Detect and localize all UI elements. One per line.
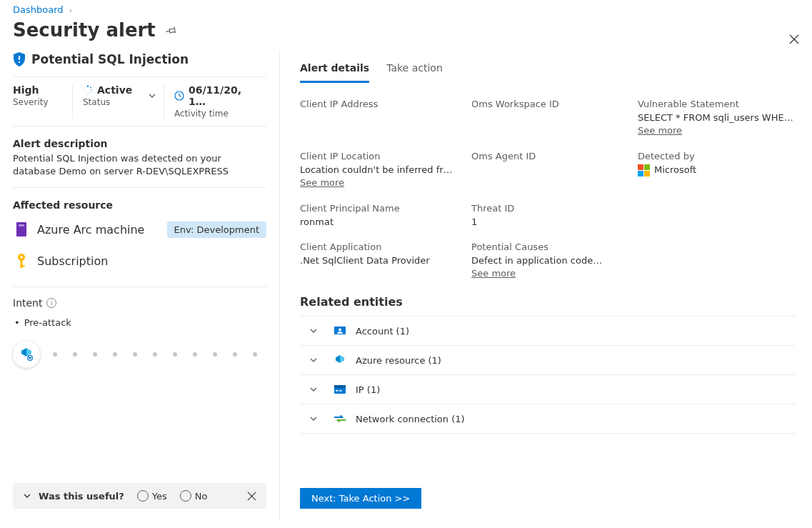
severity-value: High [13,84,61,96]
network-connection-icon [333,412,347,426]
breadcrumb-separator: › [69,6,72,15]
tab-take-action[interactable]: Take action [386,58,443,83]
status-label: Status [83,97,152,107]
affected-resource-heading: Affected resource [13,199,266,211]
svg-point-14 [20,256,22,258]
detail-potential-causes: Potential Causes Defect in application c… [471,241,623,279]
detail-value: ronmat [300,216,457,227]
svg-rect-15 [21,260,23,268]
svg-point-2 [87,86,89,87]
intent-stage-preattack-icon [13,341,40,368]
chevron-down-icon [303,385,324,394]
radio-icon [137,490,149,502]
intent-dot [233,352,237,357]
related-entity-network[interactable]: Network connection (1) [300,404,795,434]
tab-alert-details[interactable]: Alert details [300,58,369,83]
detail-client-ip: Client IP Address [300,99,457,136]
svg-rect-24 [339,390,342,392]
svg-rect-0 [19,56,20,60]
usefulness-yes-option[interactable]: Yes [137,490,167,502]
status-cell[interactable]: Active Status [73,84,164,119]
intent-dot [93,352,97,357]
usefulness-chevron-icon[interactable] [23,492,31,500]
see-more-link[interactable]: See more [300,177,344,188]
intent-dot [213,352,217,357]
detail-threat-id: Threat ID 1 [471,203,623,227]
detail-value: SELECT * FROM sqli_users WHERE… [638,112,795,123]
related-entity-label: Account (1) [356,326,409,337]
radio-icon [180,490,191,502]
svg-point-7 [84,92,85,93]
page-header: Security alert [0,15,812,51]
chevron-down-icon [303,327,324,335]
usefulness-no-option[interactable]: No [180,490,208,502]
status-active-icon [83,85,93,95]
status-chevron-down-icon[interactable] [148,91,156,100]
svg-rect-12 [19,224,24,226]
related-entity-azure-resource[interactable]: Azure resource (1) [300,346,795,375]
alert-meta-row: High Severity Active Status [13,76,266,126]
activity-label: Activity time [174,109,255,119]
alert-description-heading: Alert description [13,138,266,149]
detail-oms-workspace: Oms Workspace ID [471,99,623,136]
detail-label: Client IP Location [300,151,457,161]
affected-resource-row[interactable]: Azure Arc machine Env: Development [13,214,266,245]
account-icon [333,324,347,338]
related-entities-heading: Related entities [300,295,795,309]
svg-point-4 [91,89,92,91]
detail-oms-agent: Oms Agent ID [471,151,623,189]
detail-client-ip-location: Client IP Location Location couldn't be … [300,151,457,189]
related-entity-label: Network connection (1) [356,414,465,424]
detail-value: .Net SqlClient Data Provider [300,255,457,266]
detail-value: Microsoft [654,164,696,175]
resource-label: Subscription [37,254,108,268]
intent-timeline [13,341,266,368]
see-more-link[interactable]: See more [638,125,682,136]
svg-rect-22 [334,385,346,388]
page-title: Security alert [13,19,156,41]
tabs: Alert details Take action [300,58,795,83]
svg-point-3 [90,87,91,89]
intent-dot [153,352,157,357]
alert-description-text: Potential SQL Injection was detected on … [13,152,266,177]
related-entity-label: IP (1) [356,384,380,395]
detail-label: Detected by [638,151,795,161]
related-entities-list: Account (1) Azure resource (1) IP (1) Ne… [300,316,795,434]
usefulness-bar: Was this useful? Yes No [13,483,266,509]
svg-point-20 [339,329,341,332]
see-more-link[interactable]: See more [471,268,516,279]
key-icon [13,252,30,269]
intent-heading: Intent i [13,297,266,309]
breadcrumb-dashboard-link[interactable]: Dashboard [13,4,64,15]
detail-label: Oms Workspace ID [471,99,623,109]
close-icon[interactable] [789,34,799,44]
pin-icon[interactable] [166,25,176,36]
detail-label: Threat ID [471,203,623,214]
related-entity-account[interactable]: Account (1) [300,317,795,346]
intent-item: Pre-attack [14,317,266,328]
detail-label: Vulnerable Statement [638,99,795,109]
intent-dot [173,352,177,357]
detail-label: Client Application [300,241,457,252]
dismiss-usefulness-icon[interactable] [247,492,256,501]
detail-vulnerable-statement: Vulnerable Statement SELECT * FROM sqli_… [638,99,795,136]
svg-point-8 [84,89,84,90]
clock-icon [174,91,184,101]
next-take-action-button[interactable]: Next: Take Action >> [300,488,421,509]
env-badge: Env: Development [167,221,266,238]
affected-resource-row[interactable]: Subscription [13,245,266,277]
shield-alert-icon [13,52,26,66]
detail-detected-by: Detected by Microsoft [638,151,795,189]
related-entity-ip[interactable]: IP (1) [300,375,795,404]
detail-label: Client Principal Name [300,203,457,214]
alert-title: Potential SQL Injection [31,52,189,66]
detail-client-application: Client Application .Net SqlClient Data P… [300,241,457,279]
microsoft-logo-icon [638,164,650,176]
detail-label: Oms Agent ID [471,151,623,161]
svg-rect-1 [19,61,20,63]
alert-summary-pane: Potential SQL Injection High Severity Ac… [0,51,280,522]
intent-dot [113,352,117,357]
intent-dot [193,352,197,357]
info-icon[interactable]: i [46,298,56,308]
severity-cell: High Severity [13,84,73,119]
